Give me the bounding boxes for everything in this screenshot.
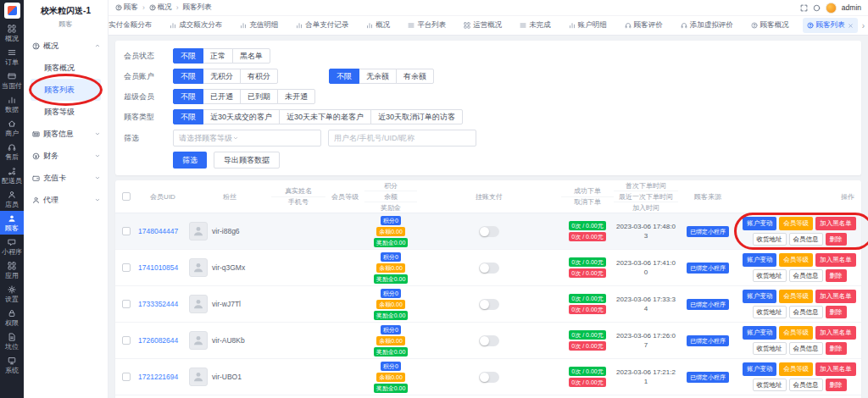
sidebar-subitem-customer-list[interactable]: 顾客列表 — [31, 79, 101, 101]
tab-customer-reviews[interactable]: 顾客评价 — [620, 18, 667, 33]
tab-platform-list[interactable]: 平台列表 — [403, 18, 450, 33]
credit-pay-toggle[interactable] — [479, 335, 499, 346]
tab-customer-overview[interactable]: 顾客概况 — [747, 18, 793, 33]
filter-option[interactable]: 近30天取消订单的访客 — [370, 109, 463, 124]
filter-option[interactable]: 近30天未下单的老客户 — [279, 109, 371, 124]
shipping-address-button[interactable]: 收货地址 — [753, 342, 787, 356]
row-checkbox[interactable] — [122, 227, 131, 235]
rail-item-staff[interactable]: 店员 — [0, 187, 24, 211]
uid-link[interactable]: 1721221694 — [138, 373, 178, 381]
tab-add-virtual-review[interactable]: 添加虚拟评价 — [676, 18, 737, 33]
sidebar-subitem-customer-level[interactable]: 顾客等级 — [31, 101, 101, 123]
add-to-blacklist-button[interactable]: 加入黑名单 — [815, 253, 856, 267]
filter-option[interactable]: 有余额 — [396, 69, 434, 84]
rail-item-after-sales[interactable]: 售后 — [0, 140, 24, 163]
credit-pay-toggle[interactable] — [479, 299, 499, 310]
delete-button[interactable]: 删除 — [826, 342, 847, 356]
credit-pay-toggle[interactable] — [479, 372, 499, 383]
filter-option[interactable]: 无积分 — [203, 69, 241, 84]
filter-option[interactable]: 未开通 — [277, 89, 315, 104]
delete-button[interactable]: 删除 — [826, 306, 847, 319]
rail-item-mini-program[interactable]: 小程序 — [0, 235, 24, 258]
tab-combined-payment-records[interactable]: 合单支付记录 — [292, 18, 353, 33]
tab-account-details[interactable]: 账户明细 — [565, 18, 611, 33]
rail-item-permissions[interactable]: 权限 — [0, 306, 24, 329]
filter-option[interactable]: 黑名单 — [232, 48, 270, 64]
rail-item-system[interactable]: 系统 — [0, 353, 24, 377]
account-change-button[interactable]: 账户变动 — [743, 217, 776, 230]
user-avatar[interactable] — [826, 3, 837, 14]
rail-item-slots[interactable]: 坑位 — [0, 329, 24, 353]
account-change-button[interactable]: 账户变动 — [743, 362, 776, 376]
add-to-blacklist-button[interactable]: 加入黑名单 — [815, 290, 856, 303]
account-change-button[interactable]: 账户变动 — [743, 326, 776, 340]
sidebar-item-agent[interactable]: 代理 — [24, 189, 108, 211]
filter-option[interactable]: 已到期 — [240, 89, 278, 104]
row-checkbox[interactable] — [122, 300, 131, 308]
delete-button[interactable]: 删除 — [826, 269, 847, 283]
member-level-button[interactable]: 会员等级 — [779, 362, 813, 376]
keyword-input[interactable] — [328, 130, 476, 146]
tab-deal-count-distribution[interactable]: 成交额次分布 — [165, 18, 226, 33]
select-all-checkbox[interactable] — [122, 192, 131, 201]
sidebar-item-recharge-card[interactable]: 充值卡 — [24, 167, 108, 189]
filter-option[interactable]: 不限 — [173, 69, 203, 84]
filter-option[interactable]: 不限 — [173, 48, 203, 64]
tab-paid-amount-distribution[interactable]: 实付金额分布 — [108, 18, 156, 33]
refresh-icon[interactable] — [813, 4, 821, 12]
rail-item-settings[interactable]: 设置 — [0, 282, 24, 306]
rail-item-customers[interactable]: 顾客 — [0, 211, 24, 235]
member-info-button[interactable]: 会员信息 — [789, 306, 823, 319]
export-customers-button[interactable]: 导出顾客数据 — [214, 152, 280, 169]
sidebar-item-customer-info[interactable]: 顾客信息 — [24, 123, 108, 145]
filter-option[interactable]: 有积分 — [240, 69, 278, 84]
member-info-button[interactable]: 会员信息 — [789, 269, 823, 283]
member-info-button[interactable]: 会员信息 — [789, 342, 823, 356]
sidebar-subitem-customer-overview[interactable]: 顾客概况 — [31, 57, 101, 79]
rail-item-face-pay[interactable]: 当面付 — [0, 69, 24, 92]
source-badge[interactable]: 已绑定小程序 — [687, 335, 729, 346]
source-badge[interactable]: 已绑定小程序 — [687, 263, 729, 274]
source-badge[interactable]: 已绑定小程序 — [687, 372, 729, 383]
shipping-address-button[interactable]: 收货地址 — [753, 379, 787, 392]
member-info-button[interactable]: 会员信息 — [789, 379, 823, 392]
tab-customer-list[interactable]: 顾客列表 — [803, 18, 858, 33]
rail-item-data[interactable]: 数据 — [0, 92, 24, 116]
fullscreen-icon[interactable] — [800, 4, 808, 12]
rail-item-couriers[interactable]: 配送员 — [0, 163, 24, 187]
row-checkbox[interactable] — [122, 373, 131, 381]
filter-option[interactable]: 近30天成交的客户 — [203, 109, 280, 124]
sidebar-item-overview-group[interactable]: 概况 — [24, 35, 108, 57]
shipping-address-button[interactable]: 收货地址 — [753, 269, 787, 283]
uid-link[interactable]: 1748044447 — [138, 227, 178, 235]
rail-item-merchants[interactable]: 商户 — [0, 116, 24, 140]
rail-item-overview[interactable]: 概况 — [0, 21, 24, 45]
source-badge[interactable]: 已绑定小程序 — [687, 299, 729, 310]
filter-option[interactable]: 不限 — [329, 69, 359, 84]
row-checkbox[interactable] — [122, 263, 131, 272]
shipping-address-button[interactable]: 收货地址 — [753, 306, 787, 319]
uid-link[interactable]: 1726082644 — [138, 336, 178, 345]
member-level-button[interactable]: 会员等级 — [779, 253, 813, 267]
breadcrumb-item-customer-list[interactable]: 顾客列表 — [183, 3, 212, 13]
rail-item-apps[interactable]: 应用 — [0, 258, 24, 282]
tab-close-icon[interactable] — [848, 23, 854, 29]
credit-pay-toggle[interactable] — [479, 226, 499, 237]
uid-link[interactable]: 1733352444 — [138, 300, 178, 308]
row-checkbox[interactable] — [122, 336, 131, 345]
member-level-button[interactable]: 会员等级 — [779, 217, 813, 230]
customer-level-select[interactable]: 请选择顾客等级 — [173, 130, 321, 146]
add-to-blacklist-button[interactable]: 加入黑名单 — [815, 362, 856, 376]
app-logo[interactable] — [4, 3, 20, 19]
filter-submit-button[interactable]: 筛选 — [173, 152, 207, 169]
member-level-button[interactable]: 会员等级 — [779, 326, 813, 340]
add-to-blacklist-button[interactable]: 加入黑名单 — [815, 217, 856, 230]
breadcrumb-item-customers[interactable]: 顾客 — [115, 3, 138, 13]
tab-overflow-arrow[interactable]: › — [862, 21, 865, 30]
delete-button[interactable]: 删除 — [826, 379, 847, 392]
filter-option[interactable]: 不限 — [173, 89, 203, 104]
tab-overview[interactable]: 概况 — [362, 18, 394, 33]
filter-option[interactable]: 已开通 — [203, 89, 241, 104]
account-change-button[interactable]: 账户变动 — [743, 290, 776, 303]
sidebar-item-finance[interactable]: 财务 — [24, 145, 108, 167]
